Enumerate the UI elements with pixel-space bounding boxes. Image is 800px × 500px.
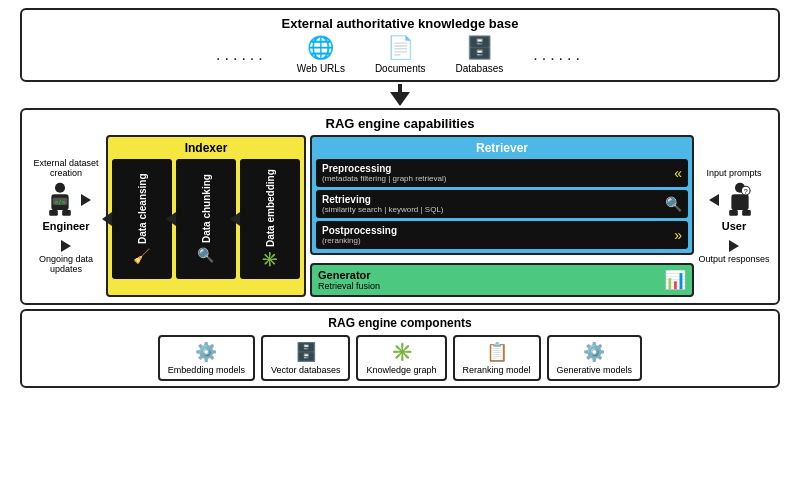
postprocessing-icon: » bbox=[674, 227, 682, 243]
postprocessing-title: Postprocessing bbox=[322, 225, 397, 236]
user-icon: ? bbox=[722, 182, 758, 218]
ongoing-label: Ongoing data updates bbox=[30, 254, 102, 274]
engineer-group: External dataset creation </> Engineer bbox=[30, 158, 102, 274]
knowledge-graph-label: Knowledge graph bbox=[366, 365, 436, 375]
arrow-head bbox=[390, 92, 410, 106]
retrieving-text: Retrieving (similarity search | keyword … bbox=[322, 194, 444, 214]
vector-databases-item: 🗄️ Vector databases bbox=[261, 335, 351, 381]
svg-point-0 bbox=[54, 183, 64, 193]
bottom-components-section: RAG engine components ⚙️ Embedding model… bbox=[20, 309, 780, 388]
knowledge-graph-icon: ✳️ bbox=[391, 341, 413, 363]
external-label: External dataset creation bbox=[30, 158, 102, 178]
components-row: ⚙️ Embedding models 🗄️ Vector databases … bbox=[30, 335, 770, 381]
chunking-label: Data chunking bbox=[201, 174, 212, 243]
postprocessing-step: Postprocessing (reranking) » bbox=[316, 221, 688, 249]
embedding-label: Data embedding bbox=[265, 170, 276, 248]
generator-text: Generator Retrieval fusion bbox=[318, 269, 380, 291]
generator-title: Generator bbox=[318, 269, 380, 281]
retrieving-icon: 🔍 bbox=[665, 196, 682, 212]
preprocessing-icon: « bbox=[674, 165, 682, 181]
reranking-label: Reranking model bbox=[463, 365, 531, 375]
postprocessing-text: Postprocessing (reranking) bbox=[322, 225, 397, 245]
indexer-box: Indexer 🧹 Data cleansing 🔍 Data chunking… bbox=[106, 135, 306, 297]
svg-rect-7 bbox=[732, 194, 749, 210]
svg-rect-11 bbox=[743, 210, 752, 216]
vector-db-icon: 🗄️ bbox=[295, 341, 317, 363]
col-data-cleansing: 🧹 Data cleansing bbox=[112, 159, 172, 279]
embedding-models-item: ⚙️ Embedding models bbox=[158, 335, 255, 381]
top-icons-row: ...... 🌐 Web URLs 📄 Documents 🗄️ Databas… bbox=[32, 35, 768, 74]
retriever-box: Retriever Preprocessing (metadata filter… bbox=[310, 135, 694, 255]
cleansing-icon: 🧹 bbox=[134, 248, 150, 265]
top-title: External authoritative knowledge base bbox=[32, 16, 768, 31]
embedding-icon: ✳️ bbox=[262, 251, 278, 268]
bottom-title: RAG engine components bbox=[30, 316, 770, 330]
databases-item: 🗄️ Databases bbox=[455, 35, 503, 74]
embedding-arrow bbox=[230, 212, 240, 226]
main-title: RAG engine capabilities bbox=[30, 116, 770, 131]
user-group: Input prompts ? User bbox=[698, 168, 769, 264]
engineer-label: Engineer bbox=[42, 220, 89, 232]
embedding-models-label: Embedding models bbox=[168, 365, 245, 375]
ongoing-row bbox=[61, 240, 71, 252]
generator-icon: 📊 bbox=[664, 269, 686, 291]
left-labels: External dataset creation </> Engineer bbox=[30, 135, 102, 297]
output-row bbox=[729, 240, 739, 252]
generative-label: Generative models bbox=[557, 365, 633, 375]
engineer-icon: </> bbox=[42, 182, 78, 218]
documents-item: 📄 Documents bbox=[375, 35, 426, 74]
input-label: Input prompts bbox=[706, 168, 761, 178]
svg-text:?: ? bbox=[744, 187, 748, 196]
web-urls-icon: 🌐 bbox=[307, 35, 334, 61]
engineer-row: </> bbox=[42, 182, 91, 218]
preprocessing-step: Preprocessing (metadata filtering | grap… bbox=[316, 159, 688, 187]
web-urls-label: Web URLs bbox=[297, 63, 345, 74]
user-input-arrow bbox=[709, 194, 719, 206]
dots-right: ...... bbox=[533, 46, 584, 64]
knowledge-graph-item: ✳️ Knowledge graph bbox=[356, 335, 446, 381]
generative-icon: ⚙️ bbox=[583, 341, 605, 363]
retrieving-step: Retrieving (similarity search | keyword … bbox=[316, 190, 688, 218]
generator-content: Retrieval fusion bbox=[318, 281, 380, 291]
top-knowledge-base: External authoritative knowledge base ..… bbox=[20, 8, 780, 82]
main-rag-section: RAG engine capabilities External dataset… bbox=[20, 108, 780, 305]
chunking-arrow bbox=[166, 212, 176, 226]
user-label: User bbox=[722, 220, 746, 232]
svg-text:</>: </> bbox=[54, 199, 65, 205]
generative-models-item: ⚙️ Generative models bbox=[547, 335, 643, 381]
retriever-title: Retriever bbox=[316, 141, 688, 155]
arrow-line bbox=[398, 84, 402, 92]
preprocessing-sub: (metadata filtering | graph retrieval) bbox=[322, 174, 446, 183]
databases-label: Databases bbox=[455, 63, 503, 74]
svg-rect-5 bbox=[62, 210, 71, 216]
reranking-icon: 📋 bbox=[486, 341, 508, 363]
engine-layout: External dataset creation </> Engineer bbox=[30, 135, 770, 297]
right-labels: Input prompts ? User bbox=[698, 135, 770, 297]
indexer-columns: 🧹 Data cleansing 🔍 Data chunking ✳️ Data… bbox=[112, 159, 300, 279]
retrieving-sub: (similarity search | keyword | SQL) bbox=[322, 205, 444, 214]
generator-box: Generator Retrieval fusion 📊 bbox=[310, 263, 694, 297]
engineer-arrow bbox=[81, 194, 91, 206]
user-row: ? bbox=[709, 182, 758, 218]
chunking-icon: 🔍 bbox=[198, 247, 214, 264]
reranking-model-item: 📋 Reranking model bbox=[453, 335, 541, 381]
documents-icon: 📄 bbox=[387, 35, 414, 61]
ongoing-arrow bbox=[61, 240, 71, 252]
retrieving-title: Retrieving bbox=[322, 194, 444, 205]
output-label: Output responses bbox=[698, 254, 769, 264]
documents-label: Documents bbox=[375, 63, 426, 74]
dots-left: ...... bbox=[216, 46, 267, 64]
retriever-steps: Preprocessing (metadata filtering | grap… bbox=[316, 159, 688, 249]
web-urls-item: 🌐 Web URLs bbox=[297, 35, 345, 74]
cleansing-arrow bbox=[102, 212, 112, 226]
postprocessing-sub: (reranking) bbox=[322, 236, 397, 245]
col-data-chunking: 🔍 Data chunking bbox=[176, 159, 236, 279]
preprocessing-text: Preprocessing (metadata filtering | grap… bbox=[322, 163, 446, 183]
output-arrow bbox=[729, 240, 739, 252]
preprocessing-title: Preprocessing bbox=[322, 163, 446, 174]
retriever-generator-col: Retriever Preprocessing (metadata filter… bbox=[310, 135, 694, 297]
col-data-embedding: ✳️ Data embedding bbox=[240, 159, 300, 279]
svg-rect-4 bbox=[49, 210, 58, 216]
vector-db-label: Vector databases bbox=[271, 365, 341, 375]
databases-icon: 🗄️ bbox=[466, 35, 493, 61]
